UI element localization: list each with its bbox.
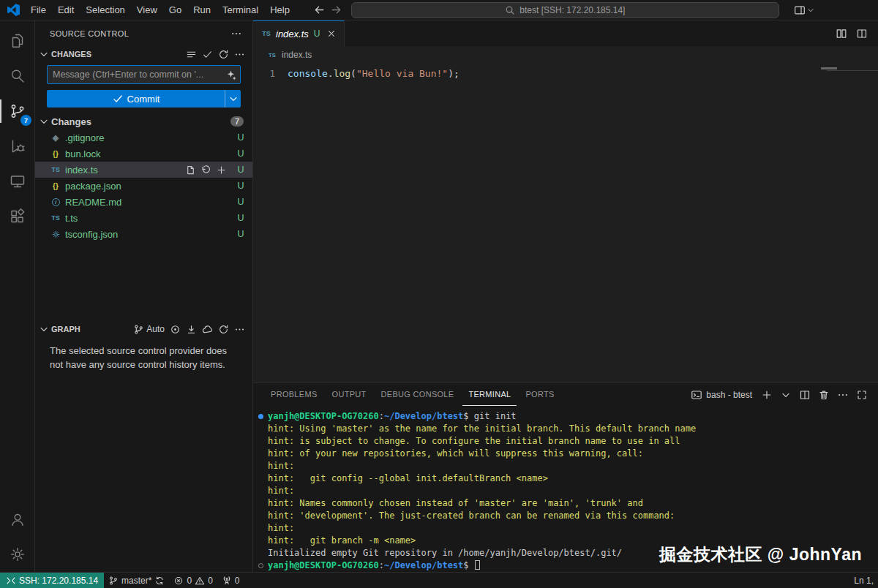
graph-auto-label: Auto <box>146 324 165 334</box>
menu-edit[interactable]: Edit <box>52 2 80 18</box>
new-terminal-icon[interactable] <box>761 389 773 401</box>
git-status-untracked: U <box>236 165 245 175</box>
commit-action-icon[interactable] <box>202 49 213 60</box>
graph-more-actions-icon[interactable] <box>234 324 245 335</box>
scm-count-badge: 7 <box>20 115 31 126</box>
activity-remote-explorer[interactable] <box>0 164 34 199</box>
split-terminal-icon[interactable] <box>799 389 811 401</box>
activity-extensions[interactable] <box>0 199 34 234</box>
chevron-down-icon <box>38 48 50 60</box>
activity-settings[interactable] <box>0 537 34 572</box>
commit-dropdown[interactable] <box>225 90 241 108</box>
remote-indicator[interactable]: SSH: 172.20.185.14 <box>0 573 104 588</box>
git-status-untracked: U <box>236 148 245 159</box>
panel-tab-terminal[interactable]: TERMINAL <box>462 383 517 406</box>
changes-section-header[interactable]: CHANGES <box>35 46 252 62</box>
terminal-instance-label: bash - btest <box>706 390 752 400</box>
file-row[interactable]: iREADME.mdU <box>35 194 252 210</box>
menu-go[interactable]: Go <box>163 2 187 18</box>
refresh-icon[interactable] <box>218 324 229 335</box>
activity-search[interactable] <box>0 59 34 94</box>
activity-run-debug[interactable] <box>0 129 34 164</box>
error-icon <box>173 576 184 586</box>
commit-button[interactable]: Commit <box>47 90 241 108</box>
file-row[interactable]: TSindex.tsU <box>35 162 252 178</box>
tab-label: index.ts <box>276 29 309 39</box>
menu-view[interactable]: View <box>131 2 163 18</box>
commit-message-input[interactable] <box>47 65 241 84</box>
menu-run[interactable]: Run <box>187 2 217 18</box>
activity-accounts[interactable] <box>0 502 34 537</box>
cloud-icon[interactable] <box>202 324 213 335</box>
fetch-icon[interactable] <box>186 324 197 335</box>
refresh-icon[interactable] <box>218 49 229 60</box>
search-icon <box>505 5 515 15</box>
forward-icon[interactable] <box>330 4 342 16</box>
discard-changes-icon[interactable] <box>200 165 211 176</box>
kill-terminal-icon[interactable] <box>818 389 830 401</box>
command-center-search[interactable]: btest [SSH: 172.20.185.14] <box>351 2 779 18</box>
file-row[interactable]: TSt.tsU <box>35 210 252 226</box>
command-center-label: btest [SSH: 172.20.185.14] <box>519 5 625 15</box>
stage-changes-icon[interactable] <box>216 165 227 176</box>
file-row[interactable]: tsconfig.jsonU <box>35 226 252 242</box>
cursor-position[interactable]: Ln 1, <box>849 573 878 588</box>
activity-explorer[interactable] <box>0 23 34 59</box>
terminal-dropdown-icon[interactable] <box>780 389 792 401</box>
graph-branch-picker[interactable]: Auto <box>133 324 165 335</box>
menu-file[interactable]: File <box>25 2 52 18</box>
changes-group-header[interactable]: Changes 7 <box>35 113 252 129</box>
copilot-sparkle-icon[interactable] <box>225 69 237 80</box>
file-row[interactable]: {}bun.lockU <box>35 146 252 162</box>
ports-indicator[interactable]: 0 <box>217 573 244 588</box>
file-row[interactable]: {}package.jsonU <box>35 178 252 194</box>
tab-bar: TS index.ts U <box>253 20 878 46</box>
panel-more-actions-icon[interactable] <box>837 389 849 401</box>
view-as-list-icon[interactable] <box>186 49 197 60</box>
chevron-down-icon[interactable] <box>806 6 815 15</box>
git-file-icon: ◆ <box>50 133 61 143</box>
git-status-untracked: U <box>236 197 245 207</box>
open-file-icon[interactable] <box>185 165 196 176</box>
graph-empty-message: The selected source control provider doe… <box>50 344 234 372</box>
warning-icon <box>195 576 205 586</box>
minimap[interactable] <box>821 67 837 69</box>
maximize-panel-icon[interactable] <box>856 389 868 401</box>
menu-terminal[interactable]: Terminal <box>217 2 264 18</box>
changes-more-actions-icon[interactable] <box>234 49 245 60</box>
graph-filter-icon[interactable] <box>170 324 181 335</box>
close-tab-icon[interactable] <box>326 29 337 39</box>
file-name: bun.lock <box>65 148 100 159</box>
watermark: 掘金技术社区 @ JohnYan <box>659 543 862 566</box>
terminal-line: hint: <box>268 522 878 535</box>
menu-selection[interactable]: Selection <box>80 2 130 18</box>
file-name: README.md <box>65 197 121 208</box>
tab-index-ts[interactable]: TS index.ts U <box>253 20 345 46</box>
panel-tab-output[interactable]: OUTPUT <box>326 383 372 406</box>
vscode-window: FileEditSelectionViewGoRunTerminalHelp b… <box>0 0 878 588</box>
split-editor-icon[interactable] <box>856 28 868 39</box>
branch-indicator[interactable]: master* <box>104 573 169 588</box>
breadcrumb[interactable]: TS index.ts <box>253 46 878 64</box>
activity-source-control[interactable]: 7 <box>0 94 34 129</box>
terminal-instance[interactable]: bash - btest <box>691 389 752 401</box>
terminal-line: hint: 'development'. The just-created br… <box>268 510 878 522</box>
menu-help[interactable]: Help <box>264 2 296 18</box>
panel-tab-ports[interactable]: PORTS <box>519 383 560 406</box>
scm-more-actions-icon[interactable] <box>230 28 242 39</box>
customize-layout-icon[interactable] <box>794 4 806 16</box>
git-status-untracked: U <box>236 213 245 223</box>
menu-bar: FileEditSelectionViewGoRunTerminalHelp <box>25 2 296 18</box>
panel-tab-problems[interactable]: PROBLEMS <box>265 383 323 406</box>
file-row[interactable]: ◆.gitignoreU <box>35 129 252 146</box>
source-control-sidebar: SOURCE CONTROL CHANGES <box>35 20 253 572</box>
info-file-icon: i <box>50 198 61 206</box>
problems-indicator[interactable]: 0 0 <box>169 573 217 588</box>
command-decoration-icon[interactable] <box>258 414 263 419</box>
open-changes-icon[interactable] <box>836 28 847 39</box>
editor[interactable]: 1 console.log("Hello via Bun!"); <box>253 64 878 382</box>
command-decoration-icon[interactable] <box>258 563 263 568</box>
graph-section-header[interactable]: GRAPH Auto <box>35 321 252 337</box>
back-icon[interactable] <box>313 4 326 16</box>
panel-tab-debug-console[interactable]: DEBUG CONSOLE <box>375 383 460 406</box>
